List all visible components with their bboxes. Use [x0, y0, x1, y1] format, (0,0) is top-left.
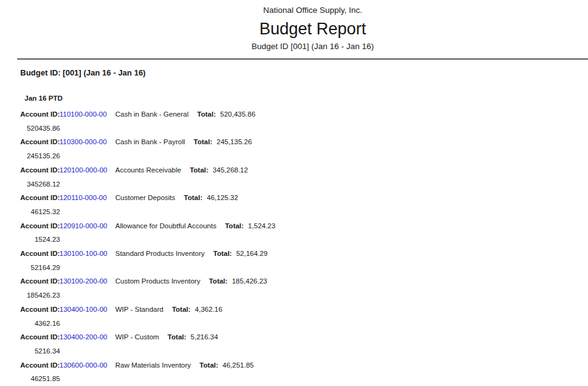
total-label: Total:	[225, 222, 243, 230]
account-line: Account ID:110100-000-00Cash in Bank - G…	[0, 107, 588, 122]
ptd-line: 345268.12	[0, 177, 588, 191]
ptd-value: 345268.12	[20, 177, 60, 191]
total-label: Total:	[167, 333, 186, 341]
report-header: National Office Supply, Inc. Budget Repo…	[0, 0, 588, 52]
account-id-label: Account ID:	[20, 247, 59, 261]
report-title: Budget Report	[37, 20, 588, 38]
account-description: Accounts Receivable	[115, 166, 181, 174]
total-value: 46,251.85	[223, 361, 254, 369]
account-id-label: Account ID:	[20, 163, 59, 177]
account-entry: Account ID:120110-000-00Customer Deposit…	[0, 191, 588, 218]
account-entry: Account ID:130100-200-00Custom Products …	[0, 274, 588, 302]
total-value: 5,216.34	[191, 333, 218, 341]
account-description: Raw Materials Inventory	[115, 361, 191, 369]
header-divider	[17, 58, 588, 60]
account-id-label: Account ID:	[20, 107, 59, 122]
account-description: Cash in Bank - Payroll	[115, 138, 185, 145]
ptd-line: 1524.23	[0, 233, 588, 247]
account-line: Account ID:120100-000-00Accounts Receiva…	[0, 163, 588, 177]
account-id-link[interactable]: 130100-100-00	[59, 247, 115, 261]
account-id-link[interactable]: 120100-000-00	[59, 163, 115, 177]
account-line: Account ID:130400-100-00WIP - StandardTo…	[0, 303, 588, 317]
total-label: Total:	[184, 194, 202, 201]
total-label: Total:	[213, 250, 232, 257]
account-id-link[interactable]: 110100-000-00	[59, 107, 115, 122]
ptd-value: 185426.23	[20, 288, 60, 303]
account-id-link[interactable]: 110300-000-00	[59, 135, 115, 149]
section-title: Budget ID: [001] (Jan 16 - Jan 16)	[20, 68, 588, 78]
account-entry: Account ID:130400-100-00WIP - StandardTo…	[0, 303, 588, 330]
account-entry: Account ID:120100-000-00Accounts Receiva…	[0, 163, 588, 191]
account-description: Customer Deposits	[115, 194, 175, 201]
ptd-line: 5216.34	[0, 344, 588, 358]
ptd-line: 46125.32	[0, 205, 588, 219]
total-value: 46,125.32	[207, 194, 238, 201]
accounts-list: Account ID:110100-000-00Cash in Bank - G…	[0, 107, 588, 386]
ptd-value: 5216.34	[20, 344, 60, 358]
ptd-line: 185426.23	[0, 288, 588, 303]
account-line: Account ID:130100-100-00Standard Product…	[0, 247, 588, 261]
total-label: Total:	[209, 277, 227, 285]
total-value: 185,426.23	[232, 277, 267, 285]
company-name: National Office Supply, Inc.	[37, 6, 588, 15]
account-line: Account ID:110300-000-00Cash in Bank - P…	[0, 135, 588, 149]
total-label: Total:	[172, 306, 190, 313]
account-id-link[interactable]: 120110-000-00	[59, 191, 115, 205]
account-id-label: Account ID:	[20, 274, 59, 288]
account-id-label: Account ID:	[20, 330, 59, 344]
account-description: WIP - Custom	[115, 333, 159, 341]
ptd-value: 245135.26	[20, 149, 60, 163]
account-id-link[interactable]: 130600-000-00	[59, 358, 115, 372]
ptd-value: 52164.29	[20, 261, 60, 275]
account-entry: Account ID:130600-000-00Raw Materials In…	[0, 358, 588, 386]
account-line: Account ID:130400-200-00WIP - CustomTota…	[0, 330, 588, 344]
total-label: Total:	[197, 110, 216, 118]
account-id-link[interactable]: 130100-200-00	[59, 274, 115, 288]
account-entry: Account ID:110100-000-00Cash in Bank - G…	[0, 107, 588, 135]
total-value: 520,435.86	[220, 110, 256, 118]
account-line: Account ID:120910-000-00Allowance for Do…	[0, 219, 588, 233]
total-label: Total:	[189, 166, 208, 174]
account-description: Cash in Bank - General	[115, 110, 189, 118]
total-value: 345,268.12	[213, 166, 248, 174]
account-description: Custom Products Inventory	[115, 277, 200, 285]
account-line: Account ID:120110-000-00Customer Deposit…	[0, 191, 588, 205]
ptd-line: 46251.85	[0, 372, 588, 386]
account-id-link[interactable]: 130400-200-00	[59, 330, 115, 344]
total-value: 4,362.16	[195, 306, 223, 313]
account-id-link[interactable]: 120910-000-00	[59, 219, 115, 233]
total-value: 1,524.23	[248, 222, 275, 230]
total-value: 245,135.26	[216, 138, 252, 145]
total-value: 52,164.29	[236, 250, 267, 257]
account-entry: Account ID:130400-200-00WIP - CustomTota…	[0, 330, 588, 358]
account-id-label: Account ID:	[20, 191, 59, 205]
ptd-value: 520435.86	[20, 122, 60, 136]
account-id-label: Account ID:	[20, 219, 59, 233]
ptd-value: 46251.85	[20, 372, 60, 386]
ptd-line: 520435.86	[0, 122, 588, 136]
ptd-value: 1524.23	[20, 233, 60, 247]
ptd-line: 52164.29	[0, 261, 588, 275]
total-label: Total:	[194, 138, 212, 145]
account-id-label: Account ID:	[20, 303, 59, 317]
report-subtitle: Budget ID [001] (Jan 16 - Jan 16)	[37, 42, 588, 52]
account-entry: Account ID:120910-000-00Allowance for Do…	[0, 219, 588, 247]
account-id-link[interactable]: 130400-100-00	[59, 303, 115, 317]
budget-report-page: National Office Supply, Inc. Budget Repo…	[0, 0, 588, 386]
ptd-line: 245135.26	[0, 149, 588, 163]
ptd-line: 4362.16	[0, 317, 588, 331]
account-line: Account ID:130600-000-00Raw Materials In…	[0, 358, 588, 372]
ptd-value: 46125.32	[20, 205, 60, 219]
total-label: Total:	[199, 361, 218, 369]
account-description: Standard Products Inventory	[115, 250, 205, 257]
account-entry: Account ID:110300-000-00Cash in Bank - P…	[0, 135, 588, 163]
account-description: Allowance for Doubtful Accounts	[115, 222, 216, 230]
account-line: Account ID:130100-200-00Custom Products …	[0, 274, 588, 288]
account-description: WIP - Standard	[115, 306, 163, 313]
period-label: Jan 16 PTD	[25, 94, 588, 102]
account-id-label: Account ID:	[20, 135, 59, 149]
account-entry: Account ID:130100-100-00Standard Product…	[0, 247, 588, 274]
ptd-value: 4362.16	[20, 317, 60, 331]
account-id-label: Account ID:	[20, 358, 59, 372]
